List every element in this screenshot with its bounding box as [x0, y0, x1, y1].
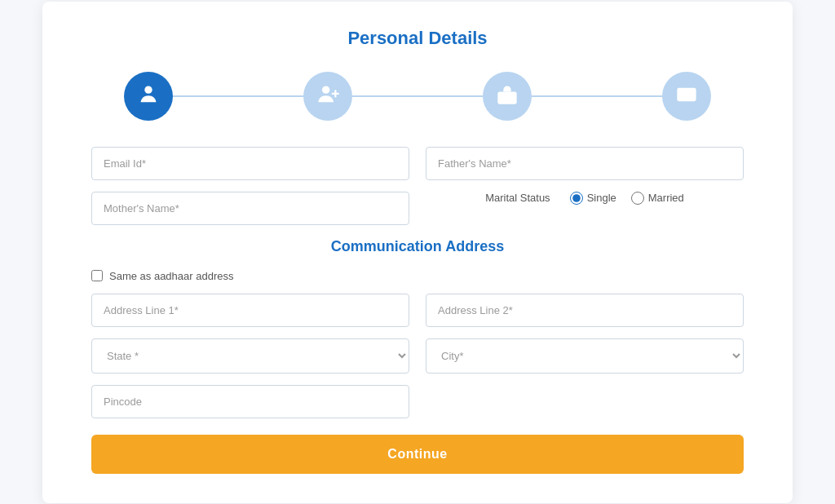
state-group: State *	[91, 338, 409, 374]
same-address-label[interactable]: Same as aadhaar address	[109, 270, 233, 282]
continue-button[interactable]: Continue	[91, 435, 744, 474]
address-line2-input[interactable]	[426, 294, 744, 327]
address-row-3	[91, 385, 744, 418]
marital-radio-group: Single Married	[570, 192, 684, 205]
step-1[interactable]	[124, 72, 173, 121]
step-4[interactable]	[662, 72, 711, 121]
single-radio-label[interactable]: Single	[570, 192, 616, 205]
personal-details-section: Marital Status Single Married	[91, 147, 744, 225]
city-select[interactable]: City*	[426, 338, 744, 374]
step-2[interactable]	[303, 72, 352, 121]
address-section: Communication Address Same as aadhaar ad…	[91, 238, 744, 418]
same-address-row: Same as aadhaar address	[91, 270, 744, 282]
state-select[interactable]: State *	[91, 338, 409, 374]
married-radio-label[interactable]: Married	[631, 192, 684, 205]
married-radio[interactable]	[631, 192, 644, 205]
person-add-icon	[316, 83, 339, 109]
same-address-checkbox[interactable]	[91, 270, 103, 281]
address-section-title: Communication Address	[91, 238, 744, 255]
id-card-icon	[675, 83, 698, 109]
svg-rect-6	[677, 87, 696, 100]
step-line-1	[173, 95, 303, 97]
svg-point-1	[322, 86, 329, 93]
address-row-1	[91, 294, 744, 327]
personal-row-1	[91, 147, 744, 180]
address-row-2: State * City*	[91, 338, 744, 374]
briefcase-icon	[496, 83, 519, 109]
address-line1-input[interactable]	[91, 294, 409, 327]
svg-point-0	[144, 86, 152, 93]
email-input[interactable]	[91, 147, 409, 180]
person-icon	[137, 83, 160, 109]
mothers-name-group	[91, 192, 409, 225]
address-line2-group	[426, 294, 744, 327]
step-3[interactable]	[483, 72, 532, 121]
fathers-name-group	[426, 147, 744, 180]
email-group	[91, 147, 409, 180]
single-label: Single	[587, 192, 616, 204]
svg-point-7	[680, 92, 685, 97]
address-line1-group	[91, 294, 409, 327]
mothers-name-input[interactable]	[91, 192, 409, 225]
marital-status-label: Marital Status	[485, 192, 550, 204]
stepper	[91, 72, 744, 121]
form-container: Personal Details	[42, 2, 793, 503]
fathers-name-input[interactable]	[426, 147, 744, 180]
pincode-group	[91, 385, 409, 418]
single-radio[interactable]	[570, 192, 583, 205]
married-label: Married	[648, 192, 684, 204]
step-line-2	[352, 95, 483, 97]
marital-row: Marital Status Single Married	[485, 192, 684, 205]
city-group: City*	[426, 338, 744, 374]
marital-status-group: Marital Status Single Married	[426, 192, 744, 225]
personal-row-2: Marital Status Single Married	[91, 192, 744, 225]
page-title: Personal Details	[91, 28, 744, 49]
step-line-3	[532, 95, 662, 97]
pincode-input[interactable]	[91, 385, 409, 418]
